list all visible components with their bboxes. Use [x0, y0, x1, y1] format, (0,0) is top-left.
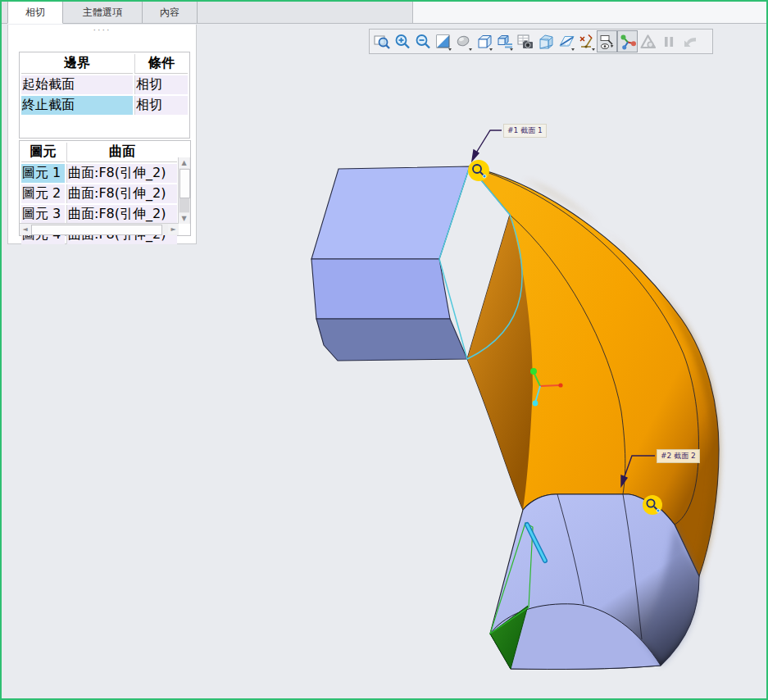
spin-center-icon[interactable]: [617, 30, 638, 52]
table-row[interactable]: 圖元 1 曲面:F8(引伸_2): [21, 164, 177, 183]
tab-strip-filler: [413, 2, 766, 24]
section2-marker[interactable]: [643, 495, 662, 515]
surface-cell[interactable]: 曲面:F8(引伸_2): [66, 205, 177, 224]
zoom-window-icon[interactable]: [371, 30, 392, 52]
scroll-right-button[interactable]: ►: [168, 224, 179, 234]
zoom-out-icon[interactable]: [412, 30, 433, 52]
surface-col-header: 曲面: [66, 143, 177, 162]
table-row[interactable]: 圖元 2 曲面:F8(引伸_2): [21, 184, 177, 203]
boundary-table: 邊界 條件 起始截面 相切 終止截面 相切: [19, 52, 190, 139]
entity-col-header: 圖元: [21, 143, 65, 162]
shade-icon[interactable]: [453, 30, 474, 52]
tab-tangent[interactable]: 相切: [7, 2, 63, 24]
zoom-in-icon[interactable]: [392, 30, 412, 52]
scroll-left-button[interactable]: ◄: [20, 224, 30, 234]
condition-cell[interactable]: 相切: [134, 96, 188, 115]
view-capture-icon[interactable]: [515, 30, 535, 52]
horizontal-scroll-thumb[interactable]: [31, 225, 162, 235]
surface-cell[interactable]: 曲面:F8(引伸_2): [66, 164, 177, 183]
block-top-face: [311, 166, 470, 259]
start-block[interactable]: [311, 166, 470, 361]
boundary-cell[interactable]: 起始截面: [21, 75, 133, 94]
tab-strip: 相切 主體選項 內容: [2, 2, 766, 24]
perspective-icon[interactable]: [535, 30, 556, 52]
end-block[interactable]: [490, 494, 699, 670]
saved-views-icon[interactable]: [494, 30, 515, 52]
condition-cell[interactable]: 相切: [134, 75, 188, 94]
annotation-section-1[interactable]: #1 截面 1: [503, 124, 547, 138]
datum-display-icon[interactable]: [576, 30, 597, 52]
tab-body-options[interactable]: 主體選項: [63, 2, 143, 23]
pause-icon: [658, 30, 679, 52]
entity-table: 圖元 曲面 圖元 1 曲面:F8(引伸_2) 圖元 2 曲面:F8(引伸_2) …: [19, 140, 191, 236]
entity-cell-selected[interactable]: 圖元 1: [21, 164, 65, 183]
boundary-col-header: 邊界: [21, 54, 133, 74]
entity-cell[interactable]: 圖元 2: [21, 184, 65, 203]
block-bottom-face: [316, 319, 467, 361]
scroll-up-button[interactable]: ▲: [179, 157, 189, 168]
table-row[interactable]: 圖元 3 曲面:F8(引伸_2): [21, 205, 177, 224]
tangent-options-panel: ···· 邊界 條件 起始截面 相切 終止截面 相切 圖元 曲面: [7, 25, 197, 244]
vertical-scrollbar[interactable]: ▲ ▼: [178, 157, 190, 224]
tab-zone: 相切 主體選項 內容: [2, 2, 413, 24]
block-front-face: [311, 259, 450, 319]
table-row[interactable]: 起始截面 相切: [21, 75, 188, 94]
annotation-display-icon[interactable]: [597, 30, 617, 52]
repaint-icon[interactable]: [433, 30, 453, 52]
boundary-cell-selected[interactable]: 終止截面: [21, 96, 133, 115]
condition-col-header: 條件: [134, 54, 188, 74]
vertical-scroll-thumb[interactable]: [180, 169, 190, 198]
leader-section-1: [472, 130, 502, 161]
scroll-down-button[interactable]: ▼: [179, 213, 189, 224]
table-row[interactable]: 終止截面 相切: [21, 96, 188, 115]
annotation-section-2[interactable]: #2 截面 2: [657, 449, 700, 463]
view-toolbar: [369, 29, 713, 54]
display-style-icon[interactable]: [474, 30, 494, 52]
analysis-icon: [638, 30, 658, 52]
section1-marker[interactable]: [468, 160, 489, 181]
entity-cell[interactable]: 圖元 3: [21, 205, 65, 224]
tab-properties[interactable]: 內容: [143, 2, 198, 23]
resume-icon: [679, 30, 699, 52]
horizontal-scrollbar[interactable]: ◄ ►: [20, 223, 179, 235]
section-icon[interactable]: [556, 30, 576, 52]
panel-drag-handle[interactable]: ····: [8, 25, 196, 36]
surface-cell[interactable]: 曲面:F8(引伸_2): [66, 184, 177, 203]
